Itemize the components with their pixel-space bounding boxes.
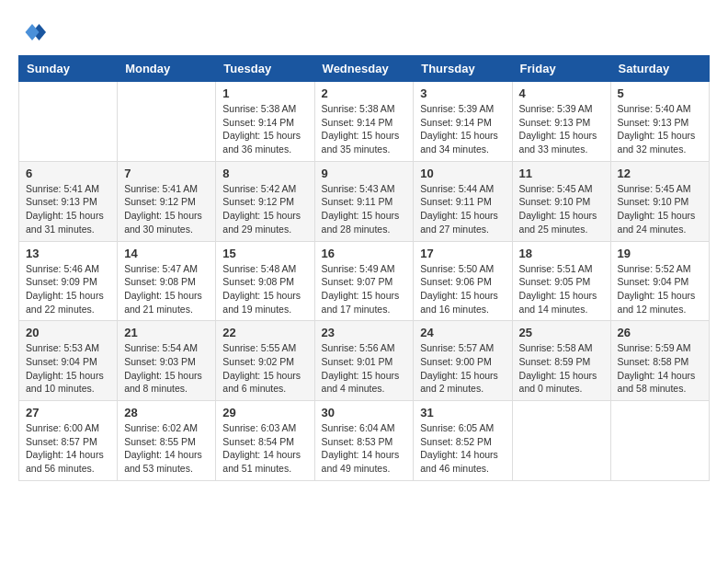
day-number: 14 — [124, 247, 209, 260]
calendar-cell: 16Sunrise: 5:49 AM Sunset: 9:07 PM Dayli… — [314, 241, 414, 321]
day-number: 11 — [519, 167, 604, 180]
day-number: 21 — [124, 326, 209, 339]
day-info: Sunrise: 5:52 AM Sunset: 9:04 PM Dayligh… — [618, 262, 702, 316]
calendar-cell: 29Sunrise: 6:03 AM Sunset: 8:54 PM Dayli… — [216, 401, 314, 481]
day-number: 15 — [222, 247, 307, 260]
column-header-saturday: Saturday — [610, 56, 709, 82]
day-number: 23 — [322, 326, 407, 339]
day-number: 24 — [420, 326, 505, 339]
day-number: 20 — [26, 326, 110, 339]
column-header-tuesday: Tuesday — [216, 56, 314, 82]
calendar-cell — [512, 401, 610, 481]
calendar-week-row: 6Sunrise: 5:41 AM Sunset: 9:13 PM Daylig… — [19, 161, 710, 241]
calendar-cell: 23Sunrise: 5:56 AM Sunset: 9:01 PM Dayli… — [314, 321, 414, 401]
day-info: Sunrise: 5:48 AM Sunset: 9:08 PM Dayligh… — [222, 262, 307, 316]
day-info: Sunrise: 5:54 AM Sunset: 9:03 PM Dayligh… — [124, 341, 209, 396]
day-number: 19 — [618, 247, 702, 260]
day-info: Sunrise: 6:00 AM Sunset: 8:57 PM Dayligh… — [26, 421, 110, 476]
day-number: 3 — [420, 86, 505, 100]
calendar-cell: 25Sunrise: 5:58 AM Sunset: 8:59 PM Dayli… — [512, 321, 610, 401]
calendar-cell: 13Sunrise: 5:46 AM Sunset: 9:09 PM Dayli… — [19, 241, 118, 321]
calendar-cell: 20Sunrise: 5:53 AM Sunset: 9:04 PM Dayli… — [19, 321, 118, 401]
calendar-cell: 17Sunrise: 5:50 AM Sunset: 9:06 PM Dayli… — [414, 241, 512, 321]
day-info: Sunrise: 5:55 AM Sunset: 9:02 PM Dayligh… — [222, 341, 307, 396]
day-number: 28 — [124, 406, 209, 419]
day-number: 5 — [618, 86, 702, 100]
day-number: 26 — [618, 326, 702, 339]
day-number: 4 — [519, 86, 604, 100]
calendar-cell: 27Sunrise: 6:00 AM Sunset: 8:57 PM Dayli… — [19, 401, 118, 481]
day-number: 9 — [322, 167, 407, 180]
day-info: Sunrise: 5:56 AM Sunset: 9:01 PM Dayligh… — [322, 341, 407, 396]
day-number: 30 — [322, 406, 407, 419]
calendar-week-row: 20Sunrise: 5:53 AM Sunset: 9:04 PM Dayli… — [19, 321, 710, 401]
calendar-cell: 12Sunrise: 5:45 AM Sunset: 9:10 PM Dayli… — [610, 161, 709, 241]
column-header-wednesday: Wednesday — [314, 56, 414, 82]
calendar-week-row: 27Sunrise: 6:00 AM Sunset: 8:57 PM Dayli… — [19, 401, 710, 481]
day-info: Sunrise: 5:38 AM Sunset: 9:14 PM Dayligh… — [322, 102, 407, 156]
column-header-monday: Monday — [118, 56, 216, 82]
calendar-cell: 9Sunrise: 5:43 AM Sunset: 9:11 PM Daylig… — [314, 161, 414, 241]
day-number: 31 — [420, 406, 505, 419]
day-number: 8 — [222, 167, 307, 180]
day-number: 1 — [222, 86, 307, 100]
calendar-cell — [118, 82, 216, 162]
day-number: 6 — [26, 167, 110, 180]
day-number: 25 — [519, 326, 604, 339]
calendar-cell: 4Sunrise: 5:39 AM Sunset: 9:13 PM Daylig… — [512, 82, 610, 162]
calendar-cell: 7Sunrise: 5:41 AM Sunset: 9:12 PM Daylig… — [118, 161, 216, 241]
calendar-cell: 11Sunrise: 5:45 AM Sunset: 9:10 PM Dayli… — [512, 161, 610, 241]
day-info: Sunrise: 5:50 AM Sunset: 9:06 PM Dayligh… — [420, 262, 505, 316]
calendar-cell: 28Sunrise: 6:02 AM Sunset: 8:55 PM Dayli… — [118, 401, 216, 481]
column-header-sunday: Sunday — [19, 56, 118, 82]
calendar-week-row: 13Sunrise: 5:46 AM Sunset: 9:09 PM Dayli… — [19, 241, 710, 321]
day-number: 17 — [420, 247, 505, 260]
day-info: Sunrise: 6:04 AM Sunset: 8:53 PM Dayligh… — [322, 421, 407, 476]
day-info: Sunrise: 5:39 AM Sunset: 9:13 PM Dayligh… — [519, 102, 604, 156]
day-number: 12 — [618, 167, 702, 180]
column-header-thursday: Thursday — [414, 56, 512, 82]
day-number: 7 — [124, 167, 209, 180]
day-number: 2 — [322, 86, 407, 100]
day-number: 18 — [519, 247, 604, 260]
calendar-cell: 3Sunrise: 5:39 AM Sunset: 9:14 PM Daylig… — [414, 82, 512, 162]
calendar-cell: 10Sunrise: 5:44 AM Sunset: 9:11 PM Dayli… — [414, 161, 512, 241]
day-number: 29 — [222, 406, 307, 419]
day-info: Sunrise: 5:58 AM Sunset: 8:59 PM Dayligh… — [519, 341, 604, 396]
calendar-cell: 14Sunrise: 5:47 AM Sunset: 9:08 PM Dayli… — [118, 241, 216, 321]
calendar-cell: 2Sunrise: 5:38 AM Sunset: 9:14 PM Daylig… — [314, 82, 414, 162]
calendar-cell: 8Sunrise: 5:42 AM Sunset: 9:12 PM Daylig… — [216, 161, 314, 241]
day-info: Sunrise: 5:44 AM Sunset: 9:11 PM Dayligh… — [420, 182, 505, 236]
calendar-cell: 15Sunrise: 5:48 AM Sunset: 9:08 PM Dayli… — [216, 241, 314, 321]
day-info: Sunrise: 5:46 AM Sunset: 9:09 PM Dayligh… — [26, 262, 110, 316]
calendar-table: SundayMondayTuesdayWednesdayThursdayFrid… — [18, 55, 710, 481]
day-number: 13 — [26, 247, 110, 260]
calendar-header-row: SundayMondayTuesdayWednesdayThursdayFrid… — [19, 56, 710, 82]
calendar-cell: 21Sunrise: 5:54 AM Sunset: 9:03 PM Dayli… — [118, 321, 216, 401]
day-info: Sunrise: 5:42 AM Sunset: 9:12 PM Dayligh… — [222, 182, 307, 236]
calendar-cell: 26Sunrise: 5:59 AM Sunset: 8:58 PM Dayli… — [610, 321, 709, 401]
day-info: Sunrise: 5:39 AM Sunset: 9:14 PM Dayligh… — [420, 102, 505, 156]
day-number: 27 — [26, 406, 110, 419]
calendar-cell — [610, 401, 709, 481]
day-info: Sunrise: 5:45 AM Sunset: 9:10 PM Dayligh… — [618, 182, 702, 236]
day-info: Sunrise: 6:03 AM Sunset: 8:54 PM Dayligh… — [222, 421, 307, 476]
day-info: Sunrise: 5:51 AM Sunset: 9:05 PM Dayligh… — [519, 262, 604, 316]
day-info: Sunrise: 5:41 AM Sunset: 9:13 PM Dayligh… — [26, 182, 110, 236]
page-header — [18, 18, 710, 46]
calendar-cell: 31Sunrise: 6:05 AM Sunset: 8:52 PM Dayli… — [414, 401, 512, 481]
day-info: Sunrise: 5:57 AM Sunset: 9:00 PM Dayligh… — [420, 341, 505, 396]
day-info: Sunrise: 5:49 AM Sunset: 9:07 PM Dayligh… — [322, 262, 407, 316]
calendar-cell: 1Sunrise: 5:38 AM Sunset: 9:14 PM Daylig… — [216, 82, 314, 162]
day-info: Sunrise: 6:05 AM Sunset: 8:52 PM Dayligh… — [420, 421, 505, 476]
day-number: 22 — [222, 326, 307, 339]
day-info: Sunrise: 5:47 AM Sunset: 9:08 PM Dayligh… — [124, 262, 209, 316]
calendar-cell: 19Sunrise: 5:52 AM Sunset: 9:04 PM Dayli… — [610, 241, 709, 321]
logo-icon — [18, 18, 46, 46]
calendar-cell: 30Sunrise: 6:04 AM Sunset: 8:53 PM Dayli… — [314, 401, 414, 481]
day-info: Sunrise: 5:45 AM Sunset: 9:10 PM Dayligh… — [519, 182, 604, 236]
day-info: Sunrise: 5:38 AM Sunset: 9:14 PM Dayligh… — [222, 102, 307, 156]
day-info: Sunrise: 5:43 AM Sunset: 9:11 PM Dayligh… — [322, 182, 407, 236]
calendar-cell: 6Sunrise: 5:41 AM Sunset: 9:13 PM Daylig… — [19, 161, 118, 241]
day-number: 16 — [322, 247, 407, 260]
